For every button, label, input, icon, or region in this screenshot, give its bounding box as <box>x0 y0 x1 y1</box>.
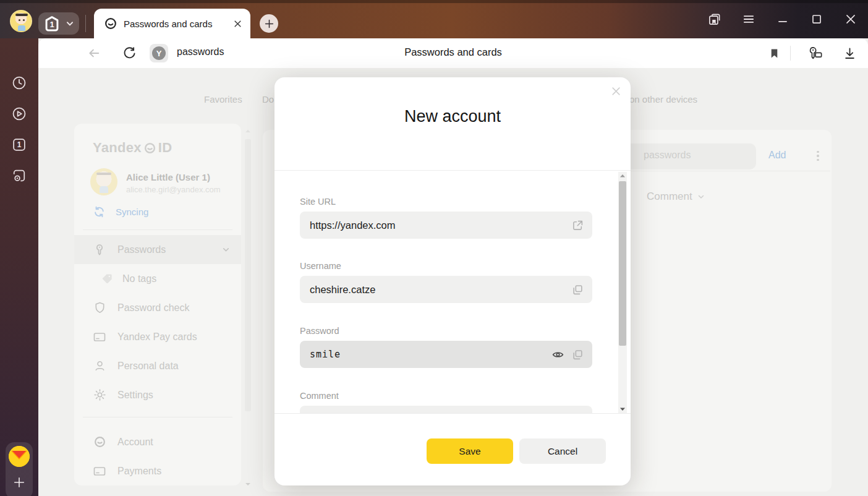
sync-arrows-icon <box>93 205 106 218</box>
tab-counter[interactable]: 1 <box>38 12 79 35</box>
scrollbar-thumb[interactable] <box>245 139 251 411</box>
search-placeholder-fragment: passwords <box>644 150 691 161</box>
sidebar-item-label: Payments <box>117 466 161 477</box>
new-account-modal: New account Site URL Username Password <box>274 77 631 485</box>
yandex-mail-icon[interactable] <box>9 446 30 467</box>
modal-scrollbar[interactable] <box>618 172 627 413</box>
side-panels-icon[interactable] <box>706 11 723 28</box>
key-icon <box>93 243 106 257</box>
passwords-key-icon[interactable] <box>806 45 823 62</box>
bank-card-icon <box>93 330 106 344</box>
site-url-label: Site URL <box>300 197 592 207</box>
yandex-id-smile-icon <box>104 17 117 30</box>
sidebar-item-password-check[interactable]: Password check <box>74 293 241 322</box>
sidebar-item-payments[interactable]: Payments <box>74 456 241 485</box>
add-password-link[interactable]: Add <box>768 150 786 161</box>
external-link-icon[interactable] <box>570 212 585 239</box>
scroll-up-icon[interactable] <box>245 129 251 133</box>
yandex-id-smile-icon <box>143 142 156 155</box>
scroll-up-icon[interactable] <box>619 173 626 178</box>
comment-header-label: Comment <box>647 190 692 203</box>
scrollbar-thumb[interactable] <box>619 181 626 346</box>
pinned-apps-tile <box>6 442 33 496</box>
sidebar-divider <box>83 229 232 230</box>
bank-card-icon <box>93 464 106 478</box>
chrome-divider <box>85 15 86 32</box>
sidebar-item-yandex-pay-cards[interactable]: Yandex Pay cards <box>74 322 241 351</box>
bookmark-icon[interactable] <box>765 45 783 62</box>
maximize-icon[interactable] <box>808 11 825 28</box>
passwords-sidebar-panel: Yandex ID Alice Little (User 1) alice.th… <box>74 124 241 485</box>
nav-favorites[interactable]: Favorites <box>204 94 242 105</box>
password-field[interactable] <box>300 341 592 368</box>
save-button[interactable]: Save <box>427 438 513 464</box>
eye-icon[interactable] <box>550 341 565 368</box>
user-avatar <box>90 168 117 195</box>
yandex-id-logo-right: ID <box>158 140 172 156</box>
sidebar-item-label: Passwords <box>117 244 166 255</box>
download-icon[interactable] <box>841 45 858 62</box>
nav-other-devices-fragment[interactable]: on other devices <box>629 94 697 105</box>
user-name: Alice Little (User 1) <box>126 168 221 182</box>
nav-downloads-fragment[interactable]: Do <box>262 94 274 105</box>
sidebar-item-passwords[interactable]: Passwords <box>74 235 241 264</box>
sidebar-item-no-tags[interactable]: No tags <box>74 264 241 293</box>
comment-field[interactable] <box>300 406 592 413</box>
screenshot-icon[interactable] <box>11 167 28 184</box>
tab-title: Passwords and cards <box>124 19 234 29</box>
profile-avatar[interactable] <box>10 10 32 32</box>
cancel-button[interactable]: Cancel <box>519 438 606 464</box>
minimize-icon[interactable] <box>774 11 791 28</box>
copy-icon[interactable] <box>570 276 585 303</box>
modal-footer: Save Cancel <box>274 413 631 485</box>
close-icon[interactable] <box>842 11 859 28</box>
copy-icon[interactable] <box>570 341 585 368</box>
kebab-menu-icon[interactable] <box>812 147 824 165</box>
username-label: Username <box>300 261 592 271</box>
tag-icon <box>100 272 114 286</box>
chevron-down-icon <box>222 246 230 254</box>
tabs-panel-icon[interactable]: 1 <box>11 136 28 153</box>
yandex-id-logo-left: Yandex <box>93 140 142 156</box>
yandex-id-logo: Yandex ID <box>93 140 241 156</box>
sync-status: Syncing <box>116 207 148 217</box>
window-titlebar: 1 Passwords and cards <box>0 0 868 38</box>
tab-count: 1 <box>43 15 61 32</box>
new-tab-button[interactable] <box>260 14 278 33</box>
add-shortcut-plus-icon[interactable] <box>9 472 30 493</box>
modal-title: New account <box>274 107 631 126</box>
modal-close-icon[interactable] <box>608 83 623 98</box>
sidebar-item-label: No tags <box>122 273 156 284</box>
history-clock-icon[interactable] <box>11 74 28 92</box>
chevron-down-icon[interactable] <box>66 19 74 28</box>
sidebar-item-settings[interactable]: Settings <box>74 380 241 409</box>
user-block: Alice Little (User 1) alice.the.girl@yan… <box>90 168 241 195</box>
site-url-field[interactable] <box>300 212 592 239</box>
play-media-icon[interactable] <box>11 105 28 122</box>
person-icon <box>93 359 106 373</box>
menu-hamburger-icon[interactable] <box>740 11 757 28</box>
toolbar-page-title: Passwords and cards <box>38 46 868 58</box>
modal-body: Site URL Username Password <box>274 171 631 413</box>
sidebar-divider <box>83 417 232 417</box>
yandex-id-smile-icon <box>93 435 106 449</box>
username-field[interactable] <box>300 276 592 303</box>
sidebar-item-personal-data[interactable]: Personal data <box>74 351 241 380</box>
toolbar-divider <box>790 46 791 61</box>
browser-toolbar: Y passwords Passwords and cards <box>38 38 868 68</box>
sidebar-scrollbar[interactable] <box>244 127 252 489</box>
sync-row[interactable]: Syncing <box>93 205 241 218</box>
scroll-down-icon[interactable] <box>245 482 251 486</box>
tab-close-icon[interactable] <box>234 20 242 28</box>
gear-icon <box>93 388 106 402</box>
sidebar-item-label: Yandex Pay cards <box>117 331 197 343</box>
sidebar-item-account[interactable]: Account <box>74 427 241 456</box>
sidebar-item-label: Settings <box>117 390 153 401</box>
scroll-down-icon[interactable] <box>619 407 626 412</box>
active-tab[interactable]: Passwords and cards <box>94 9 250 38</box>
user-email: alice.the.girl@yandex.com <box>126 185 221 194</box>
comment-column-header[interactable]: Comment <box>647 190 705 203</box>
chevron-down-icon <box>697 193 705 200</box>
left-sidebar-rail: 1 <box>0 38 38 496</box>
tab-shape-icon: 1 <box>43 15 61 32</box>
